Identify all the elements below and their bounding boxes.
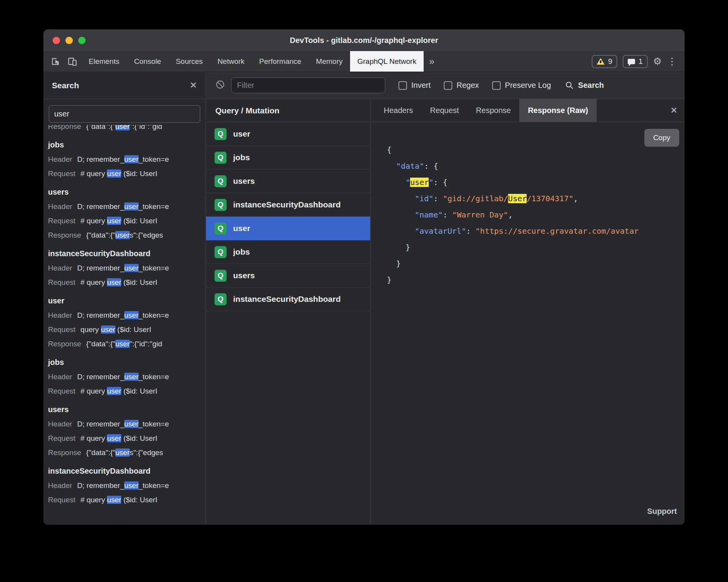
query-name: jobs: [233, 153, 250, 162]
minimize-traffic-light[interactable]: [65, 37, 73, 44]
search-toggle[interactable]: Search: [565, 81, 604, 90]
search-result-line[interactable]: Requestquery user ($id: UserI: [48, 322, 206, 337]
traffic-lights: [53, 29, 86, 51]
search-result-group: instanceSecurityDashboardHeaderD; rememb…: [48, 464, 206, 507]
query-name: user: [233, 224, 250, 233]
query-name: user: [233, 129, 250, 139]
copy-button[interactable]: Copy: [644, 129, 679, 147]
preserve-log-checkbox-group: Preserve Log: [492, 81, 551, 90]
search-result-group-title[interactable]: jobs: [48, 137, 206, 152]
invert-checkbox[interactable]: [398, 81, 407, 90]
search-result-group: usersHeaderD; remember_user_token=eReque…: [48, 402, 206, 460]
inspect-cursor-icon[interactable]: [50, 56, 60, 67]
regex-checkbox-group: Regex: [444, 81, 479, 90]
search-result-group-title[interactable]: user: [48, 293, 206, 308]
search-result-line[interactable]: HeaderD; remember_user_token=e: [48, 199, 206, 214]
search-result-group-title[interactable]: users: [48, 185, 206, 199]
response-tabs: HeadersRequestResponseResponse (Raw): [375, 99, 597, 122]
query-badge: Q: [215, 199, 227, 211]
settings-gear-icon[interactable]: ⚙: [653, 56, 662, 66]
query-list-item[interactable]: QinstanceSecurityDashboard: [206, 288, 370, 311]
search-result-label: Header: [48, 481, 72, 490]
zoom-traffic-light[interactable]: [78, 37, 86, 44]
search-result-line[interactable]: Response{"data":{"user":{"id":"gid: [48, 125, 206, 134]
search-result-label: Header: [48, 311, 72, 319]
search-result-line[interactable]: Response{"data":{"users":{"edges: [48, 228, 206, 242]
panel-tab-network[interactable]: Network: [210, 51, 252, 72]
search-result-group-title[interactable]: users: [48, 402, 206, 417]
query-list-item[interactable]: Qjobs: [206, 240, 370, 264]
response-tabs-row: HeadersRequestResponseResponse (Raw) ✕: [371, 99, 685, 122]
search-result-line[interactable]: Request# query user ($id: UserI: [48, 431, 206, 445]
close-icon[interactable]: ✕: [190, 80, 197, 91]
support-link[interactable]: Support: [647, 503, 677, 519]
query-list-item[interactable]: Qusers: [206, 169, 370, 193]
regex-checkbox[interactable]: [444, 81, 452, 90]
search-result-line[interactable]: Request# query user ($id: UserI: [48, 493, 206, 507]
search-result-label: Header: [48, 155, 72, 163]
query-badge: Q: [215, 270, 227, 282]
response-tab-headers[interactable]: Headers: [375, 99, 422, 122]
search-panel: Search ✕ Response{"data":{"user":{"id":"…: [43, 72, 206, 525]
panel-tab-performance[interactable]: Performance: [252, 51, 309, 72]
json-line: "avatarUrl": "https://secure.gravatar.co…: [387, 223, 685, 239]
panel-tab-elements[interactable]: Elements: [81, 51, 127, 72]
search-result-line[interactable]: HeaderD; remember_user_token=e: [48, 261, 206, 275]
search-result-group-title[interactable]: instanceSecurityDashboard: [48, 464, 206, 478]
search-input[interactable]: [49, 105, 200, 123]
query-badge: Q: [215, 293, 227, 305]
device-toolbar-icon[interactable]: [67, 56, 77, 67]
search-result-group-title[interactable]: instanceSecurityDashboard: [48, 246, 206, 261]
more-tabs-chevron-icon[interactable]: »: [424, 51, 440, 72]
close-icon[interactable]: ✕: [663, 105, 685, 116]
search-result-line[interactable]: HeaderD; remember_user_token=e: [48, 370, 206, 384]
panel-tab-console[interactable]: Console: [127, 51, 168, 72]
search-result-group-title[interactable]: jobs: [48, 355, 206, 370]
response-tab-response-raw[interactable]: Response (Raw): [519, 99, 597, 122]
panel-tab-graphql-network[interactable]: GraphQL Network: [350, 51, 424, 72]
filter-bar: Invert Regex Preserve Log Search: [206, 72, 685, 99]
block-icon[interactable]: [215, 80, 225, 91]
search-result-label: Header: [48, 264, 72, 272]
query-name: users: [233, 176, 255, 186]
query-list-item[interactable]: Qjobs: [206, 146, 370, 169]
panel-tab-memory[interactable]: Memory: [309, 51, 350, 72]
close-traffic-light[interactable]: [53, 37, 60, 44]
query-list-item[interactable]: Quser: [206, 217, 370, 240]
search-toggle-label: Search: [578, 81, 604, 90]
json-line: }: [387, 255, 685, 272]
devtools-toolbar: ElementsConsoleSourcesNetworkPerformance…: [43, 51, 685, 72]
window-titlebar: DevTools - gitlab.com/-/graphql-explorer: [43, 29, 685, 51]
search-result-line[interactable]: HeaderD; remember_user_token=e: [48, 308, 206, 322]
search-result-line[interactable]: Response{"data":{"user":{"id":"gid: [48, 337, 206, 351]
search-result-label: Header: [48, 420, 72, 428]
search-icon: [565, 81, 574, 90]
search-result-line[interactable]: Request# query user ($id: UserI: [48, 214, 206, 228]
preserve-log-checkbox[interactable]: [492, 81, 501, 90]
json-line: "name": "Warren Day",: [387, 207, 685, 223]
query-list: QuserQjobsQusersQinstanceSecurityDashboa…: [206, 122, 370, 525]
filter-input[interactable]: [231, 77, 385, 93]
search-result-line[interactable]: HeaderD; remember_user_token=e: [48, 478, 206, 493]
search-result-line[interactable]: Request# query user ($id: UserI: [48, 384, 206, 398]
search-result-line[interactable]: HeaderD; remember_user_token=e: [48, 417, 206, 431]
query-list-item[interactable]: Quser: [206, 122, 370, 146]
search-result-line[interactable]: HeaderD; remember_user_token=e: [48, 152, 206, 166]
search-result-line[interactable]: Request# query user ($id: UserI: [48, 275, 206, 289]
query-badge: Q: [215, 175, 227, 187]
panel-tab-sources[interactable]: Sources: [168, 51, 210, 72]
query-list-item[interactable]: QinstanceSecurityDashboard: [206, 193, 370, 217]
search-result-line[interactable]: Request# query user ($id: UserI: [48, 166, 206, 181]
search-result-line[interactable]: Response{"data":{"users":{"edges: [48, 445, 206, 460]
toolbar-right-icons: 9 1 ⚙ ⋮: [592, 51, 685, 72]
query-name: instanceSecurityDashboard: [233, 200, 341, 209]
messages-badge[interactable]: 1: [623, 55, 648, 68]
search-result-label: Request: [48, 434, 76, 442]
json-line: }: [387, 272, 685, 288]
query-list-item[interactable]: Qusers: [206, 264, 370, 288]
response-tab-response[interactable]: Response: [467, 99, 519, 122]
kebab-menu-icon[interactable]: ⋮: [667, 56, 677, 66]
response-tab-request[interactable]: Request: [422, 99, 468, 122]
search-input-row: [43, 99, 206, 125]
warnings-badge[interactable]: 9: [592, 55, 617, 68]
